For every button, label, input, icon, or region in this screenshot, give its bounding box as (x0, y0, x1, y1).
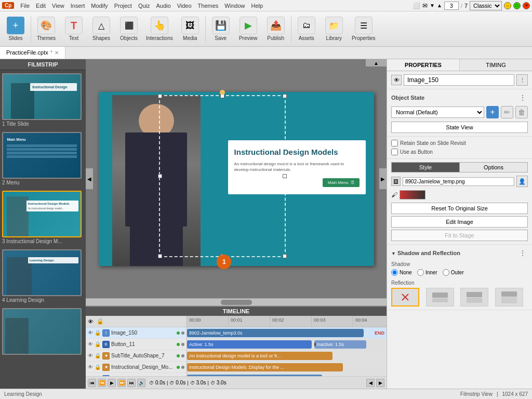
tl-eye-1[interactable]: 👁 (88, 330, 93, 336)
menu-window[interactable]: Window (221, 2, 248, 10)
toolbar-preview[interactable]: ▶ Preview (235, 15, 262, 43)
handle-tr[interactable] (283, 94, 287, 98)
tl-lock-1[interactable]: 🔒 (95, 330, 101, 336)
toolbar-properties[interactable]: ☰ Properties (348, 15, 379, 43)
tab-timing[interactable]: TIMING (460, 59, 532, 71)
menu-quiz[interactable]: Quiz (135, 2, 153, 10)
tl-eye-4[interactable]: 👁 (88, 364, 93, 370)
menu-edit[interactable]: Edit (33, 2, 49, 10)
tl-row-3[interactable]: 👁 🔒 ★ SubTitle_AutoShape_7 (86, 350, 187, 362)
scroll-left-btn[interactable]: ◀ (86, 168, 93, 189)
reflection-opt-3[interactable] (460, 288, 488, 307)
tab-close-icon[interactable]: ✕ (55, 50, 59, 56)
main-menu-btn[interactable]: Main Menu ☰ (323, 178, 360, 187)
tl-eye-3[interactable]: 👁 (88, 353, 93, 358)
style-tab[interactable]: Style (391, 162, 460, 172)
menu-video[interactable]: Video (174, 2, 195, 10)
retain-state-checkbox[interactable] (391, 140, 398, 147)
scroll-up-btn[interactable]: ▲ (366, 59, 387, 66)
track-row-3[interactable]: An instructional design model is a tool … (187, 350, 387, 362)
win-close-btn[interactable]: ✕ (523, 2, 530, 9)
tl-audio-btn[interactable]: 🔊 (137, 379, 145, 387)
use-as-button-checkbox[interactable] (391, 149, 398, 155)
slide-thumb-1[interactable]: Instructional Design 1 Title Slide (2, 73, 84, 129)
menu-project[interactable]: Project (111, 2, 135, 10)
menu-audio[interactable]: Audio (153, 2, 174, 10)
image-file-input[interactable] (403, 177, 514, 186)
toolbar-objects[interactable]: ⬛ Objects (115, 15, 142, 43)
slide-thumb-4[interactable]: Learning Design 4 Learning Design (2, 249, 84, 305)
tl-prev-btn[interactable]: ⏮ (88, 379, 96, 387)
track-bar-2[interactable]: Active: 1.5s (187, 340, 312, 349)
color-swatch[interactable] (400, 190, 425, 200)
tl-scroll-left-btn[interactable]: ◀ (366, 379, 375, 387)
win-minimize-btn[interactable]: – (504, 2, 511, 9)
track-bar-3[interactable]: An instructional design model is a tool … (187, 352, 332, 360)
object-name-input[interactable] (404, 74, 514, 86)
object-menu-btn[interactable]: ⋮ (516, 74, 528, 86)
toolbar-save[interactable]: 💾 Save (207, 15, 234, 43)
del-state-btn[interactable]: 🗑 (515, 106, 528, 118)
track-bar-1[interactable]: 8902-Jamielow_temp3.0s (187, 329, 364, 337)
tl-eye-2[interactable]: 👁 (88, 341, 93, 347)
tab-file[interactable]: PracticeFile.cptx * ✕ (0, 47, 65, 59)
track-row-1[interactable]: 8902-Jamielow_temp3.0s END (187, 327, 387, 339)
menu-themes[interactable]: Themes (195, 2, 222, 10)
object-visible-icon[interactable]: 👁 (391, 75, 402, 85)
drag-point[interactable]: 1 (217, 255, 231, 269)
state-options-btn[interactable]: ⋮ (517, 92, 528, 103)
add-state-btn[interactable]: + (486, 106, 499, 118)
shadow-options-btn[interactable]: ⋮ (517, 248, 528, 258)
win-maximize-btn[interactable]: □ (513, 2, 521, 9)
menu-insert[interactable]: Insert (68, 2, 88, 10)
tab-properties[interactable]: PROPERTIES (387, 59, 460, 71)
track-bar-4[interactable]: Instructional Design Models :Display for… (187, 363, 343, 371)
edit-state-btn[interactable]: ✏ (501, 106, 513, 118)
tl-lock-2[interactable]: 🔒 (95, 341, 101, 347)
toolbar-assets[interactable]: 🗂 Assets (293, 15, 320, 43)
slide-thumb-5[interactable] (2, 308, 84, 358)
reflection-opt-4[interactable] (495, 288, 523, 307)
menu-modify[interactable]: Modify (88, 2, 111, 10)
toolbar-library[interactable]: 📁 Library (321, 15, 348, 43)
mode-select[interactable]: Classic (470, 1, 502, 10)
fit-to-stage-btn[interactable]: Fit to Stage (391, 230, 528, 241)
image-edit-btn[interactable]: 👤 (516, 176, 528, 187)
scroll-right-btn[interactable]: ▶ (379, 168, 387, 189)
shadow-none-radio[interactable] (391, 269, 398, 276)
track-row-4[interactable]: Instructional Design Models :Display for… (187, 362, 387, 373)
tl-row-4[interactable]: 👁 🔒 ★ Instructional_Design_Mo... (86, 362, 187, 373)
toolbar-publish[interactable]: 📤 Publish (262, 15, 289, 43)
menu-help[interactable]: Help (248, 2, 266, 10)
toolbar-interactions[interactable]: 👆 Interactions (143, 15, 176, 43)
track-bar-5[interactable]: 6. Sub Topic Header Layout_2-assets-02:3… (187, 375, 322, 377)
reflection-opt-2[interactable] (426, 288, 454, 307)
canvas-scroll-area[interactable]: ◀ ▶ ▲ Instruct (86, 59, 387, 298)
horizontal-scrollbar[interactable] (86, 298, 387, 305)
track-bar-2b[interactable]: Inactive: 1.5s (314, 340, 366, 349)
tl-lock-3[interactable]: 🔒 (95, 353, 101, 358)
slide-number-input[interactable] (444, 2, 459, 10)
top-center-handle[interactable] (220, 90, 225, 95)
track-row-2[interactable]: Active: 1.5s Inactive: 1.5s ⏸ (187, 339, 387, 350)
edit-image-btn[interactable]: Edit Image (391, 216, 528, 228)
options-tab[interactable]: Options (460, 162, 528, 172)
tl-ff-btn[interactable]: ⏩ (117, 379, 126, 387)
toolbar-text[interactable]: T Text (60, 15, 87, 43)
reset-btn[interactable]: Reset To Original Size (391, 203, 528, 214)
handle-br[interactable] (283, 254, 287, 258)
state-view-btn[interactable]: State View (391, 122, 528, 133)
tl-next-btn[interactable]: ⏭ (127, 379, 136, 387)
state-dropdown[interactable]: Normal (Default) Visited Active (391, 107, 484, 118)
toolbar-shapes[interactable]: △ Shapes (88, 15, 115, 43)
tl-row-1[interactable]: 👁 🔒 I Image_150 (86, 327, 187, 339)
tl-scroll-right-btn[interactable]: ▶ (376, 379, 384, 387)
track-row-5[interactable]: 6. Sub Topic Header Layout_2-assets-02:3… (187, 373, 387, 376)
tl-rewind-btn[interactable]: ⏪ (98, 379, 106, 387)
toolbar-themes[interactable]: 🎨 Themes (33, 15, 60, 43)
slide-thumb-2[interactable]: Main Menu 2 Menu (2, 132, 84, 188)
tl-play-btn[interactable]: ▶ (108, 379, 116, 387)
reflection-opt-1[interactable] (391, 288, 419, 307)
tl-row-2[interactable]: 👁 🔒 B Button_11 (86, 339, 187, 350)
menu-file[interactable]: File (17, 2, 33, 10)
